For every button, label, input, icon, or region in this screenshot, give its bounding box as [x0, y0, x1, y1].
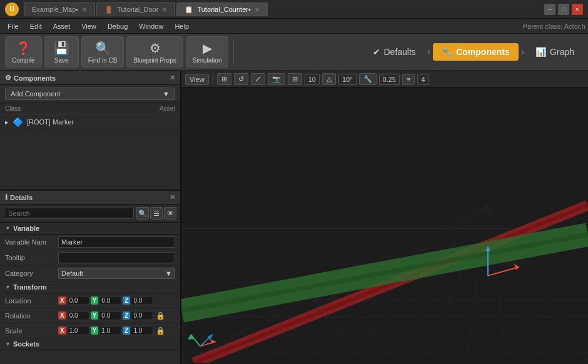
tab-example-map[interactable]: Example_Map• ✕ — [24, 3, 95, 16]
tab-close-icon[interactable]: ✕ — [82, 6, 87, 13]
menu-debug[interactable]: Debug — [103, 21, 133, 31]
tab-close-icon[interactable]: ✕ — [162, 6, 167, 13]
location-x-input[interactable] — [67, 296, 89, 305]
variable-name-label: Variable Nam — [5, 238, 58, 246]
add-component-row: Add Component ▼ — [0, 85, 180, 103]
tab-label: Tutorial_Door — [117, 6, 158, 13]
eye-icon[interactable]: 👁 — [164, 207, 176, 220]
menu-window[interactable]: Window — [134, 21, 168, 31]
maximize-button[interactable]: □ — [558, 4, 569, 15]
components-label: Components — [456, 47, 510, 57]
z-label: Z — [123, 311, 130, 320]
save-button[interactable]: 💾 Save — [44, 36, 79, 68]
find-in-cb-button[interactable]: 🔍 Find in CB — [81, 36, 124, 68]
sockets-section-header[interactable]: ▼ Sockets — [0, 338, 180, 350]
breadcrumb-arrow-1: › — [427, 46, 430, 58]
vp-camera-icon[interactable]: 📷 — [268, 73, 285, 85]
rotation-z-input[interactable] — [131, 311, 153, 320]
rotation-label: Rotation — [5, 312, 58, 320]
vp-transform-icon[interactable]: ⊞ — [217, 73, 231, 85]
details-content: ▼ Variable Variable Nam Tooltip C — [0, 223, 180, 364]
vp-menu-icon[interactable]: ≡ — [402, 74, 415, 85]
tooltip-label: Tooltip — [5, 254, 58, 261]
location-label: Location — [5, 297, 58, 305]
components-panel-icon: ⚙ — [5, 74, 11, 82]
vp-num-4[interactable]: 4 — [417, 74, 428, 85]
vp-num-2[interactable]: 10° — [338, 74, 357, 85]
vp-num-1[interactable]: 10 — [305, 74, 320, 85]
menu-asset[interactable]: Asset — [48, 21, 76, 31]
add-component-button[interactable]: Add Component ▼ — [5, 88, 175, 100]
info-icon: ℹ — [5, 193, 8, 201]
add-component-arrow: ▼ — [163, 90, 170, 98]
scale-y-input[interactable] — [99, 326, 121, 335]
search-input[interactable] — [4, 208, 134, 219]
tooltip-input[interactable] — [58, 252, 175, 263]
main-area: ⚙ Components ✕ Add Component ▼ Class Ass… — [0, 71, 588, 364]
tab-tutorial-door[interactable]: 🚪 Tutorial_Door ✕ — [96, 3, 175, 16]
details-search-row: 🔍 ☰ 👁 — [0, 205, 180, 223]
tab-tutorial-counter[interactable]: 📋 Tutorial_Counter• ✕ — [176, 3, 267, 16]
breadcrumb-arrow-2: › — [521, 46, 524, 58]
vp-triangle-icon[interactable]: △ — [322, 73, 336, 85]
scale-z-input[interactable] — [131, 326, 153, 335]
rotation-lock-icon[interactable]: 🔒 — [156, 311, 165, 320]
list-view-icon[interactable]: ☰ — [150, 207, 163, 220]
scale-lock-icon[interactable]: 🔒 — [156, 326, 165, 335]
compile-button[interactable]: ❓ Compile — [5, 36, 42, 68]
rotation-y-input[interactable] — [99, 311, 121, 320]
close-button[interactable]: ✕ — [572, 4, 583, 15]
breadcrumb: ✔ Defaults › 🔧 Components › 📊 Graph — [364, 43, 584, 61]
rotation-value: X Y Z — [58, 311, 175, 320]
scale-x-input[interactable] — [67, 326, 89, 335]
component-expand-icon: ▸ — [5, 118, 9, 126]
viewport-toolbar: View ⊞ ↺ ⤢ 📷 ⊞ 10 △ 10° 🔧 0.25 ≡ 4 — [181, 71, 588, 88]
category-dropdown[interactable]: Default ▼ — [58, 268, 175, 279]
menu-edit[interactable]: Edit — [25, 21, 47, 31]
transform-section-header[interactable]: ▼ Transform — [0, 281, 180, 293]
tab-close-icon[interactable]: ✕ — [255, 6, 260, 13]
details-panel-close[interactable]: ✕ — [170, 193, 175, 201]
window-controls: ─ □ ✕ — [544, 4, 583, 15]
menu-view[interactable]: View — [76, 21, 101, 31]
tab-label: Tutorial_Counter• — [197, 6, 250, 13]
menubar: File Edit Asset View Debug Window Help P… — [0, 19, 588, 34]
vp-rotate-icon[interactable]: ↺ — [234, 73, 248, 85]
rotation-y-field: Y — [91, 311, 122, 320]
rotation-x-input[interactable] — [67, 311, 89, 320]
breadcrumb-graph[interactable]: 📊 Graph — [527, 43, 583, 61]
vp-grid-icon[interactable]: ⊞ — [288, 73, 302, 85]
collapse-icon: ▼ — [5, 284, 11, 290]
location-z-input[interactable] — [131, 296, 153, 305]
breadcrumb-defaults[interactable]: ✔ Defaults — [364, 43, 425, 61]
blueprint-props-button[interactable]: ⚙ Blueprint Props — [126, 36, 183, 68]
scale-row: Scale X Y — [0, 323, 180, 338]
simulation-icon: ▶ — [203, 41, 212, 56]
breadcrumb-components[interactable]: 🔧 Components — [433, 43, 519, 61]
vp-scale-icon[interactable]: ⤢ — [251, 73, 265, 85]
view-button[interactable]: View — [185, 74, 209, 85]
rotation-x-field: X — [58, 311, 89, 320]
category-dropdown-value: Default — [61, 270, 83, 277]
search-icon[interactable]: 🔍 — [136, 207, 149, 220]
list-item[interactable]: ▸ 🔷 [ROOT] Marker — [0, 114, 180, 130]
location-y-input[interactable] — [99, 296, 121, 305]
components-icon: 🔧 — [442, 47, 452, 57]
tab-icon: 📋 — [185, 6, 193, 14]
scale-label: Scale — [5, 327, 58, 335]
menu-file[interactable]: File — [3, 21, 24, 31]
tab-bar: Example_Map• ✕ 🚪 Tutorial_Door ✕ 📋 Tutor… — [24, 3, 544, 16]
variable-section-header[interactable]: ▼ Variable — [0, 223, 180, 235]
search-icons: 🔍 ☰ 👁 — [136, 207, 176, 220]
vp-wrench-icon[interactable]: 🔧 — [359, 73, 377, 85]
z-label: Z — [123, 326, 130, 335]
col-asset: Asset — [160, 105, 175, 112]
find-label: Find in CB — [88, 57, 118, 64]
vp-num-3[interactable]: 0.25 — [379, 74, 400, 85]
simulation-button[interactable]: ▶ Simulation — [186, 36, 229, 68]
menu-help[interactable]: Help — [170, 21, 194, 31]
minimize-button[interactable]: ─ — [544, 4, 555, 15]
components-panel-close[interactable]: ✕ — [170, 74, 175, 82]
viewport-3d[interactable] — [181, 88, 588, 363]
variable-name-input[interactable] — [58, 236, 175, 248]
